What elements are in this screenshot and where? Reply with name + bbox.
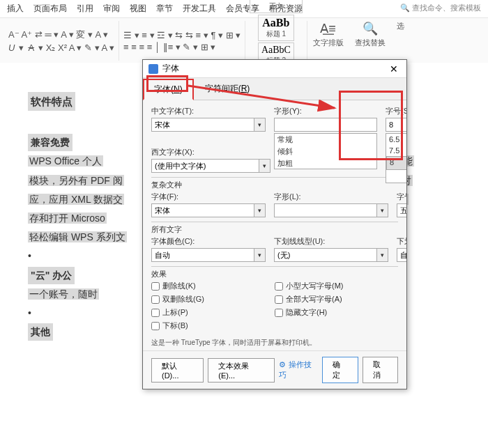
effects-label: 效果 (151, 266, 398, 279)
doc-subhead-3: 其他 (28, 323, 53, 341)
underline-select[interactable] (274, 248, 377, 262)
chk-smallcaps[interactable]: 小型大写字母(M) (275, 281, 398, 291)
font-dialog: 字体 ✕ 字体(N) 字符间距(R) 中文字体(T): ▾ 字形(Y): 常规 … (142, 59, 407, 389)
cn-font-select[interactable] (151, 118, 254, 132)
para-icons-1[interactable]: ☰ ▾ ≡ ▾ ☲ ▾ ⇆ ⇆ ≡ ▾ ¶ ▾ ⊞ ▾ (123, 30, 241, 40)
format-icons[interactable]: U ▾ A ▾ X₂ X² A ▾ ✎ ▾ A ▾ (8, 43, 114, 53)
texteffect-button[interactable]: 文本效果(E)... (208, 358, 275, 383)
tab-view[interactable]: 视图 (130, 3, 146, 15)
para-icons-2[interactable]: ≡ ≡ ≡ ≡ │ ‖≡ ▾ ✎ ▾ ⊞ ▾ (123, 42, 241, 52)
cn-font-label: 中文字体(T): (151, 106, 266, 116)
west-font-select[interactable] (151, 159, 259, 173)
dialog-title: 字体 (162, 63, 387, 75)
style-gallery[interactable]: AaBbCcDd正文 AaBb标题 1 AaBbC标题 2 AaBbCcI标题 … (245, 21, 307, 61)
chk-dstrike[interactable]: 双删除线(G) (151, 294, 275, 304)
cancel-button[interactable]: 取消 (363, 357, 398, 383)
typeset-button[interactable]: A͟≡文字排版 (307, 21, 349, 61)
chk-allcaps[interactable]: 全部大写字母(A) (275, 294, 398, 304)
chevron-down-icon[interactable]: ▾ (259, 159, 270, 173)
search-hint[interactable]: 查找命令、搜索模板 (400, 3, 481, 15)
complex-style-select[interactable] (274, 203, 377, 217)
findrep-button[interactable]: 🔍查找替换 (349, 21, 391, 61)
underline-color-select[interactable] (397, 248, 406, 262)
tab-ref[interactable]: 引用 (77, 3, 93, 15)
size-label: 字号(S): (386, 106, 406, 116)
ok-button[interactable]: 确定 (322, 357, 358, 383)
font-icons[interactable]: A⁻ A⁺ ⇄ ═ ▾ A ▾ 変 ▾ A ▾ (8, 29, 114, 41)
chk-strike[interactable]: 删除线(K) (151, 281, 275, 291)
tab-layout[interactable]: 页面布局 (33, 3, 67, 15)
tab-spacing[interactable]: 字符间距(R) (194, 78, 261, 100)
chk-hidden[interactable]: 隐藏文字(H) (275, 307, 398, 318)
tab-font[interactable]: 字体(N) (143, 79, 194, 100)
footer-note: 这是一种 TrueType 字体，同时适用于屏幕和打印机。 (143, 335, 406, 350)
chevron-down-icon[interactable]: ▾ (254, 118, 266, 132)
doc-subhead-1: 兼容免费 (28, 134, 73, 151)
tab-chapter[interactable]: 章节 (156, 3, 173, 15)
complex-size-select[interactable] (397, 203, 406, 217)
style-input[interactable] (274, 118, 377, 132)
tab-review[interactable]: 审阅 (103, 3, 120, 15)
tab-devtools[interactable]: 开发工具 (183, 3, 216, 15)
all-text-label: 所有文字 (151, 222, 398, 235)
chk-super[interactable]: 上标(P) (151, 307, 275, 318)
toolbar: A⁻ A⁺ ⇄ ═ ▾ A ▾ 変 ▾ A ▾ U ▾ A ▾ X₂ X² A … (0, 18, 488, 64)
default-button[interactable]: 默认(D)... (151, 358, 204, 383)
tab-insert[interactable]: 插入 (7, 3, 24, 15)
tips-link[interactable]: 操作技巧 (279, 360, 318, 380)
style-label: 字形(Y): (274, 106, 377, 116)
close-icon[interactable]: ✕ (387, 63, 401, 75)
ribbon-tabs: 插入 页面布局 引用 审阅 视图 章节 开发工具 会员专享 稻壳资源 查找命令、… (0, 0, 488, 18)
doc-subhead-2: "云" 办公 (28, 267, 75, 284)
size-input[interactable] (386, 118, 406, 132)
size-list[interactable]: 6.5 7.5 8 ▴▾ (386, 133, 406, 183)
select-button[interactable]: 选 (391, 21, 410, 61)
west-font-label: 西文字体(X): (151, 147, 270, 157)
doc-heading-1: 软件特点 (28, 92, 75, 111)
app-icon (148, 64, 158, 74)
font-color-select[interactable] (151, 248, 254, 262)
chk-sub[interactable]: 下标(B) (151, 320, 275, 331)
complex-font-select[interactable] (151, 203, 254, 217)
